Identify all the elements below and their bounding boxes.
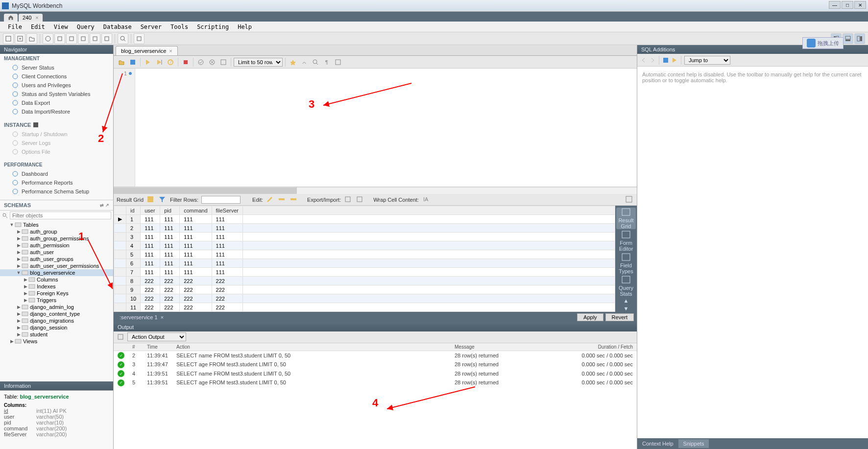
tool-button-3[interactable] xyxy=(66,33,77,44)
tree-item[interactable]: ▶django_migrations xyxy=(0,317,113,324)
menu-view[interactable]: View xyxy=(50,23,72,31)
execute-current-button[interactable] xyxy=(154,57,164,67)
filter-rows-input[interactable] xyxy=(201,196,241,204)
menu-tools[interactable]: Tools xyxy=(167,23,192,31)
close-button[interactable]: ✕ xyxy=(854,1,866,9)
connection-tab[interactable]: 240 × xyxy=(19,14,43,22)
table-row[interactable]: 2111111111111 xyxy=(114,224,615,233)
nav-item[interactable]: Dashboard xyxy=(0,169,113,178)
tree-item[interactable]: ▶auth_user xyxy=(0,249,113,256)
search-button[interactable] xyxy=(311,57,320,67)
home-tab[interactable] xyxy=(4,14,18,22)
output-row[interactable]: ✓311:39:47SELECT age FROM test3.student … xyxy=(114,360,637,369)
minimize-button[interactable]: — xyxy=(829,1,841,9)
nav-item[interactable]: Data Import/Restore xyxy=(0,107,113,116)
tree-item[interactable]: ▶django_content_type xyxy=(0,310,113,317)
nav-item[interactable]: Startup / Shutdown xyxy=(0,130,113,139)
side-tab[interactable]: FieldTypes xyxy=(616,253,636,274)
panel-toggle-2[interactable] xyxy=(843,33,853,44)
toggle-invisible-button[interactable]: ¶ xyxy=(322,57,332,67)
tool-button-5[interactable] xyxy=(90,33,100,44)
nav-item[interactable]: Options File xyxy=(0,147,113,156)
nav-item[interactable]: Performance Schema Setup xyxy=(0,187,113,196)
autocommit-button[interactable] xyxy=(218,57,228,67)
table-row[interactable]: 5111111111111 xyxy=(114,250,615,259)
upload-overlay[interactable]: 拖拽上传 xyxy=(802,37,844,49)
save-button[interactable] xyxy=(128,57,138,67)
output-row[interactable]: ✓211:39:41SELECT name FROM test3.student… xyxy=(114,351,637,360)
tool-button-6[interactable] xyxy=(101,33,112,44)
table-row[interactable]: 4111111111111 xyxy=(114,241,615,250)
next-icon[interactable] xyxy=(649,57,656,64)
side-tab[interactable]: QueryStats xyxy=(616,275,636,297)
nav-item[interactable]: Server Logs xyxy=(0,139,113,147)
tree-item[interactable]: ▶Views xyxy=(0,338,113,345)
menu-database[interactable]: Database xyxy=(99,23,136,31)
limit-select[interactable]: Limit to 50 rows xyxy=(234,58,283,67)
filter-icon[interactable] xyxy=(158,195,167,204)
sql-tab[interactable]: blog_serverservice × xyxy=(116,46,178,55)
new-tab-button[interactable] xyxy=(15,33,25,44)
close-icon[interactable]: × xyxy=(169,48,172,54)
editor-hscroll[interactable] xyxy=(114,187,637,194)
tree-item[interactable]: ▼blog_serverservice xyxy=(0,269,113,276)
import-icon[interactable] xyxy=(356,195,364,204)
up-arrow[interactable]: ▲ xyxy=(621,298,631,305)
table-row[interactable]: 3111111111111 xyxy=(114,233,615,241)
wrap-button[interactable] xyxy=(333,57,343,67)
nav-item[interactable]: Status and System Variables xyxy=(0,90,113,98)
output-row[interactable]: ✓511:39:51SELECT age FROM test3.student … xyxy=(114,378,637,387)
beautify-button[interactable] xyxy=(288,57,298,67)
stop-button[interactable] xyxy=(181,57,191,67)
help-icon[interactable] xyxy=(662,57,669,64)
context-help-tab[interactable]: Context Help xyxy=(637,439,678,448)
tree-item[interactable]: ▶django_admin_log xyxy=(0,304,113,310)
prev-icon[interactable] xyxy=(640,57,647,64)
tree-item[interactable]: ▶Columns xyxy=(0,276,113,283)
tree-item[interactable]: ▶auth_user_user_permissions xyxy=(0,262,113,269)
nav-item[interactable]: Server Status xyxy=(0,63,113,72)
edit-icon[interactable] xyxy=(266,195,275,204)
rollback-button[interactable] xyxy=(207,57,217,67)
grid-icon[interactable] xyxy=(146,195,155,204)
tree-item[interactable]: ▶auth_permission xyxy=(0,242,113,249)
close-icon[interactable]: × xyxy=(161,314,164,320)
table-row[interactable]: 6111111111111 xyxy=(114,259,615,268)
open-file-button[interactable] xyxy=(117,57,126,67)
auto-help-icon[interactable] xyxy=(671,57,678,64)
sql-editor[interactable]: 1 xyxy=(114,69,637,187)
panel-toggle-icon[interactable] xyxy=(625,195,634,204)
open-script-button[interactable] xyxy=(26,33,37,44)
output-select[interactable]: Action Output xyxy=(127,332,186,341)
panel-toggle-3[interactable] xyxy=(854,33,865,44)
nav-item[interactable]: Data Export xyxy=(0,98,113,107)
execute-button[interactable] xyxy=(143,57,153,67)
tree-item[interactable]: ▶auth_group xyxy=(0,228,113,235)
table-row[interactable]: ▶1111111111111 xyxy=(114,215,615,224)
tree-item[interactable]: ▶student xyxy=(0,331,113,338)
table-row[interactable]: 10222222222222 xyxy=(114,294,615,303)
nav-item[interactable]: Client Connections xyxy=(0,72,113,81)
tree-item[interactable]: ▶django_session xyxy=(0,324,113,331)
wrap-icon[interactable]: IA xyxy=(422,195,431,204)
jump-select[interactable]: Jump to xyxy=(684,56,730,65)
tree-item[interactable]: ▼Tables xyxy=(0,221,113,228)
menu-scripting[interactable]: Scripting xyxy=(193,23,233,31)
revert-button[interactable]: Revert xyxy=(605,313,634,321)
result-grid[interactable]: iduserpidcommandfileServer▶1111111111111… xyxy=(114,206,615,312)
tree-item[interactable]: ▶auth_user_groups xyxy=(0,256,113,262)
snippets-tab[interactable]: Snippets xyxy=(678,439,709,448)
menu-help[interactable]: Help xyxy=(234,23,256,31)
tool-button-b[interactable] xyxy=(299,57,309,67)
menu-edit[interactable]: Edit xyxy=(27,23,49,31)
clear-output-icon[interactable] xyxy=(117,333,124,341)
schema-filter-input[interactable] xyxy=(10,212,111,219)
export-icon[interactable] xyxy=(344,195,353,204)
schemas-actions[interactable]: ⇄ ↗ xyxy=(100,203,109,208)
tool-button-4[interactable] xyxy=(78,33,89,44)
table-row[interactable]: 11222222222222 xyxy=(114,303,615,312)
maximize-button[interactable]: □ xyxy=(842,1,853,9)
tool-button-1[interactable] xyxy=(43,33,53,44)
explain-button[interactable]: ? xyxy=(166,57,175,67)
tree-item[interactable]: ▶Triggers xyxy=(0,297,113,304)
